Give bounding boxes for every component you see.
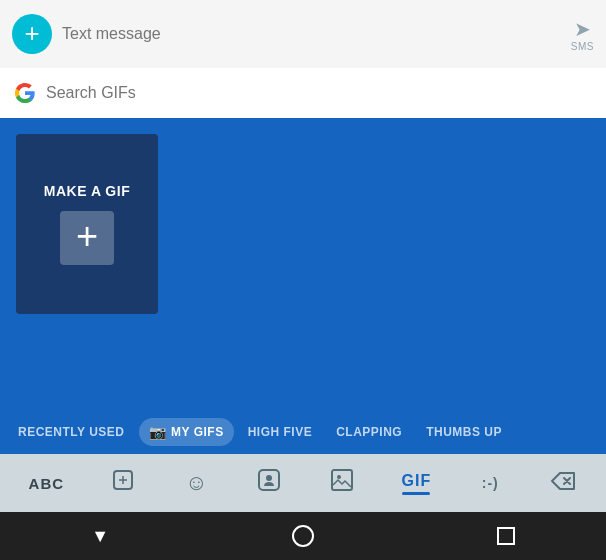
gif-key[interactable]: GIF (396, 468, 438, 499)
plus-icon: + (24, 20, 39, 46)
my-gifs-label: MY GIFS (171, 425, 224, 439)
sms-label: SMS (571, 41, 594, 52)
gif-underline (402, 492, 430, 495)
recents-icon (497, 527, 515, 545)
meme-icon (330, 468, 354, 498)
keyboard-row: ABC ☺ GIF (0, 454, 606, 512)
svg-point-4 (337, 475, 341, 479)
tab-high-five[interactable]: HIGH FIVE (238, 419, 323, 445)
search-bar (0, 68, 606, 118)
backspace-key[interactable] (543, 467, 583, 500)
back-button[interactable]: ▼ (71, 518, 129, 555)
tab-clapping[interactable]: CLAPPING (326, 419, 412, 445)
bitmoji-key[interactable] (249, 464, 289, 502)
sticker-icon (111, 468, 135, 498)
search-gifs-input[interactable] (46, 84, 592, 102)
thumbs-up-label: THUMBS UP (426, 425, 502, 439)
message-bar: + ➤ SMS (0, 0, 606, 68)
sms-send-button[interactable]: ➤ SMS (571, 17, 594, 52)
add-button[interactable]: + (12, 14, 52, 54)
tab-thumbs-up[interactable]: THUMBS UP (416, 419, 512, 445)
recently-used-label: RECENTLY USED (18, 425, 125, 439)
clapping-label: CLAPPING (336, 425, 402, 439)
text-message-input[interactable] (62, 25, 561, 43)
nav-bar: ▼ (0, 512, 606, 560)
emoji-icon: ☺ (185, 470, 207, 496)
home-icon (292, 525, 314, 547)
abc-label: ABC (29, 475, 65, 492)
make-gif-title: MAKE A GIF (44, 183, 130, 199)
svg-point-2 (266, 475, 272, 481)
backspace-icon (550, 471, 576, 496)
emoticon-key[interactable]: :-) (470, 471, 510, 495)
bitmoji-icon (257, 468, 281, 498)
send-icon: ➤ (574, 17, 591, 41)
recents-button[interactable] (477, 519, 535, 553)
gif-area: MAKE A GIF + (0, 118, 606, 410)
back-icon: ▼ (91, 526, 109, 547)
category-tabs: RECENTLY USED 📷 MY GIFS HIGH FIVE CLAPPI… (0, 410, 606, 454)
make-gif-card[interactable]: MAKE A GIF + (16, 134, 158, 314)
camera-icon: 📷 (149, 424, 167, 440)
tab-my-gifs[interactable]: 📷 MY GIFS (139, 418, 234, 446)
emoticon-label: :-) (482, 475, 499, 491)
sticker-key[interactable] (103, 464, 143, 502)
google-logo (14, 82, 36, 104)
abc-key[interactable]: ABC (23, 471, 71, 496)
make-gif-plus-icon: + (60, 211, 114, 265)
emoji-key[interactable]: ☺ (176, 466, 216, 500)
tab-recently-used[interactable]: RECENTLY USED (8, 419, 135, 445)
gif-label: GIF (402, 472, 432, 490)
svg-rect-3 (332, 470, 352, 490)
high-five-label: HIGH FIVE (248, 425, 313, 439)
home-button[interactable] (272, 517, 334, 555)
meme-key[interactable] (322, 464, 362, 502)
